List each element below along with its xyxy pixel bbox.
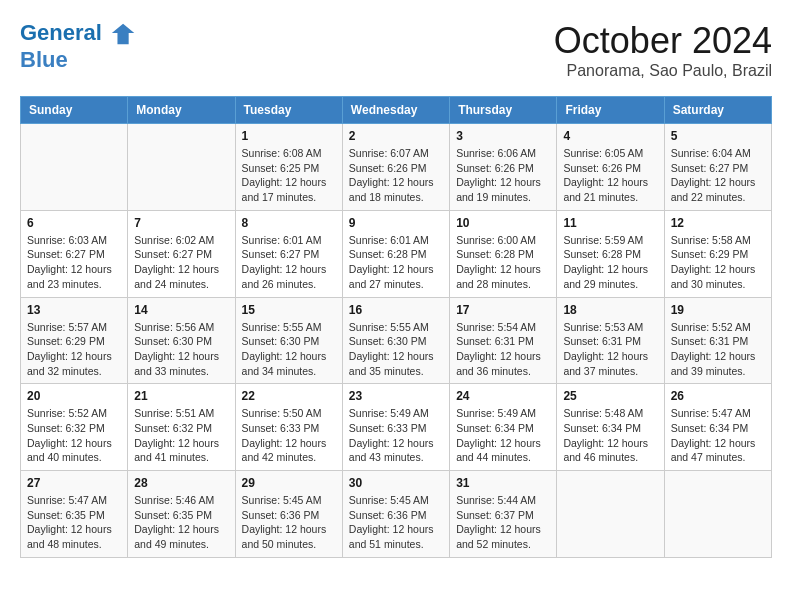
day-info: Sunrise: 5:55 AMSunset: 6:30 PMDaylight:… xyxy=(349,320,443,379)
day-number: 17 xyxy=(456,303,550,317)
weekday-header-sunday: Sunday xyxy=(21,97,128,124)
calendar-cell xyxy=(557,471,664,558)
calendar-week-1: 1Sunrise: 6:08 AMSunset: 6:25 PMDaylight… xyxy=(21,124,772,211)
calendar-cell: 10Sunrise: 6:00 AMSunset: 6:28 PMDayligh… xyxy=(450,210,557,297)
weekday-header-friday: Friday xyxy=(557,97,664,124)
day-info: Sunrise: 6:08 AMSunset: 6:25 PMDaylight:… xyxy=(242,146,336,205)
day-number: 30 xyxy=(349,476,443,490)
day-info: Sunrise: 6:00 AMSunset: 6:28 PMDaylight:… xyxy=(456,233,550,292)
title-block: October 2024 Panorama, Sao Paulo, Brazil xyxy=(554,20,772,80)
calendar-cell: 17Sunrise: 5:54 AMSunset: 6:31 PMDayligh… xyxy=(450,297,557,384)
month-title: October 2024 xyxy=(554,20,772,62)
calendar-cell: 24Sunrise: 5:49 AMSunset: 6:34 PMDayligh… xyxy=(450,384,557,471)
day-info: Sunrise: 5:59 AMSunset: 6:28 PMDaylight:… xyxy=(563,233,657,292)
day-number: 12 xyxy=(671,216,765,230)
day-number: 5 xyxy=(671,129,765,143)
calendar-cell: 31Sunrise: 5:44 AMSunset: 6:37 PMDayligh… xyxy=(450,471,557,558)
logo-icon xyxy=(110,20,138,48)
calendar-cell: 7Sunrise: 6:02 AMSunset: 6:27 PMDaylight… xyxy=(128,210,235,297)
calendar-cell: 9Sunrise: 6:01 AMSunset: 6:28 PMDaylight… xyxy=(342,210,449,297)
location-title: Panorama, Sao Paulo, Brazil xyxy=(554,62,772,80)
day-number: 18 xyxy=(563,303,657,317)
day-number: 22 xyxy=(242,389,336,403)
logo-text: General Blue xyxy=(20,20,138,72)
calendar-cell: 22Sunrise: 5:50 AMSunset: 6:33 PMDayligh… xyxy=(235,384,342,471)
logo: General Blue xyxy=(20,20,138,72)
calendar-cell: 27Sunrise: 5:47 AMSunset: 6:35 PMDayligh… xyxy=(21,471,128,558)
calendar-cell xyxy=(21,124,128,211)
day-info: Sunrise: 5:58 AMSunset: 6:29 PMDaylight:… xyxy=(671,233,765,292)
day-info: Sunrise: 5:55 AMSunset: 6:30 PMDaylight:… xyxy=(242,320,336,379)
day-info: Sunrise: 6:06 AMSunset: 6:26 PMDaylight:… xyxy=(456,146,550,205)
day-info: Sunrise: 6:05 AMSunset: 6:26 PMDaylight:… xyxy=(563,146,657,205)
calendar-cell xyxy=(128,124,235,211)
calendar-cell: 4Sunrise: 6:05 AMSunset: 6:26 PMDaylight… xyxy=(557,124,664,211)
day-info: Sunrise: 5:52 AMSunset: 6:32 PMDaylight:… xyxy=(27,406,121,465)
calendar-cell: 3Sunrise: 6:06 AMSunset: 6:26 PMDaylight… xyxy=(450,124,557,211)
day-number: 15 xyxy=(242,303,336,317)
calendar-cell: 2Sunrise: 6:07 AMSunset: 6:26 PMDaylight… xyxy=(342,124,449,211)
day-number: 23 xyxy=(349,389,443,403)
day-number: 21 xyxy=(134,389,228,403)
calendar-cell: 15Sunrise: 5:55 AMSunset: 6:30 PMDayligh… xyxy=(235,297,342,384)
day-number: 28 xyxy=(134,476,228,490)
calendar-table: SundayMondayTuesdayWednesdayThursdayFrid… xyxy=(20,96,772,558)
calendar-cell: 6Sunrise: 6:03 AMSunset: 6:27 PMDaylight… xyxy=(21,210,128,297)
day-info: Sunrise: 5:57 AMSunset: 6:29 PMDaylight:… xyxy=(27,320,121,379)
day-number: 2 xyxy=(349,129,443,143)
day-info: Sunrise: 6:03 AMSunset: 6:27 PMDaylight:… xyxy=(27,233,121,292)
day-number: 10 xyxy=(456,216,550,230)
calendar-cell: 23Sunrise: 5:49 AMSunset: 6:33 PMDayligh… xyxy=(342,384,449,471)
day-number: 11 xyxy=(563,216,657,230)
day-number: 13 xyxy=(27,303,121,317)
day-info: Sunrise: 5:50 AMSunset: 6:33 PMDaylight:… xyxy=(242,406,336,465)
calendar-body: 1Sunrise: 6:08 AMSunset: 6:25 PMDaylight… xyxy=(21,124,772,558)
calendar-cell: 5Sunrise: 6:04 AMSunset: 6:27 PMDaylight… xyxy=(664,124,771,211)
day-info: Sunrise: 5:45 AMSunset: 6:36 PMDaylight:… xyxy=(242,493,336,552)
day-info: Sunrise: 5:49 AMSunset: 6:34 PMDaylight:… xyxy=(456,406,550,465)
day-number: 24 xyxy=(456,389,550,403)
day-info: Sunrise: 6:04 AMSunset: 6:27 PMDaylight:… xyxy=(671,146,765,205)
day-number: 7 xyxy=(134,216,228,230)
day-info: Sunrise: 5:56 AMSunset: 6:30 PMDaylight:… xyxy=(134,320,228,379)
day-info: Sunrise: 5:45 AMSunset: 6:36 PMDaylight:… xyxy=(349,493,443,552)
calendar-week-4: 20Sunrise: 5:52 AMSunset: 6:32 PMDayligh… xyxy=(21,384,772,471)
calendar-cell: 25Sunrise: 5:48 AMSunset: 6:34 PMDayligh… xyxy=(557,384,664,471)
calendar-cell: 8Sunrise: 6:01 AMSunset: 6:27 PMDaylight… xyxy=(235,210,342,297)
day-info: Sunrise: 5:49 AMSunset: 6:33 PMDaylight:… xyxy=(349,406,443,465)
calendar-cell: 19Sunrise: 5:52 AMSunset: 6:31 PMDayligh… xyxy=(664,297,771,384)
day-info: Sunrise: 5:53 AMSunset: 6:31 PMDaylight:… xyxy=(563,320,657,379)
calendar-week-2: 6Sunrise: 6:03 AMSunset: 6:27 PMDaylight… xyxy=(21,210,772,297)
day-number: 8 xyxy=(242,216,336,230)
day-info: Sunrise: 6:01 AMSunset: 6:27 PMDaylight:… xyxy=(242,233,336,292)
day-info: Sunrise: 5:48 AMSunset: 6:34 PMDaylight:… xyxy=(563,406,657,465)
day-number: 25 xyxy=(563,389,657,403)
day-info: Sunrise: 6:02 AMSunset: 6:27 PMDaylight:… xyxy=(134,233,228,292)
day-number: 3 xyxy=(456,129,550,143)
calendar-cell: 29Sunrise: 5:45 AMSunset: 6:36 PMDayligh… xyxy=(235,471,342,558)
day-info: Sunrise: 5:52 AMSunset: 6:31 PMDaylight:… xyxy=(671,320,765,379)
day-number: 4 xyxy=(563,129,657,143)
calendar-cell: 18Sunrise: 5:53 AMSunset: 6:31 PMDayligh… xyxy=(557,297,664,384)
day-number: 19 xyxy=(671,303,765,317)
day-info: Sunrise: 5:44 AMSunset: 6:37 PMDaylight:… xyxy=(456,493,550,552)
weekday-header-saturday: Saturday xyxy=(664,97,771,124)
day-number: 26 xyxy=(671,389,765,403)
day-number: 9 xyxy=(349,216,443,230)
day-info: Sunrise: 5:47 AMSunset: 6:35 PMDaylight:… xyxy=(27,493,121,552)
page-header: General Blue October 2024 Panorama, Sao … xyxy=(20,20,772,80)
weekday-header-tuesday: Tuesday xyxy=(235,97,342,124)
calendar-cell: 14Sunrise: 5:56 AMSunset: 6:30 PMDayligh… xyxy=(128,297,235,384)
day-info: Sunrise: 6:07 AMSunset: 6:26 PMDaylight:… xyxy=(349,146,443,205)
calendar-cell: 21Sunrise: 5:51 AMSunset: 6:32 PMDayligh… xyxy=(128,384,235,471)
day-info: Sunrise: 5:46 AMSunset: 6:35 PMDaylight:… xyxy=(134,493,228,552)
calendar-cell: 12Sunrise: 5:58 AMSunset: 6:29 PMDayligh… xyxy=(664,210,771,297)
calendar-week-5: 27Sunrise: 5:47 AMSunset: 6:35 PMDayligh… xyxy=(21,471,772,558)
day-info: Sunrise: 5:54 AMSunset: 6:31 PMDaylight:… xyxy=(456,320,550,379)
day-info: Sunrise: 5:47 AMSunset: 6:34 PMDaylight:… xyxy=(671,406,765,465)
calendar-cell: 13Sunrise: 5:57 AMSunset: 6:29 PMDayligh… xyxy=(21,297,128,384)
day-number: 29 xyxy=(242,476,336,490)
day-number: 27 xyxy=(27,476,121,490)
calendar-cell: 20Sunrise: 5:52 AMSunset: 6:32 PMDayligh… xyxy=(21,384,128,471)
calendar-week-3: 13Sunrise: 5:57 AMSunset: 6:29 PMDayligh… xyxy=(21,297,772,384)
